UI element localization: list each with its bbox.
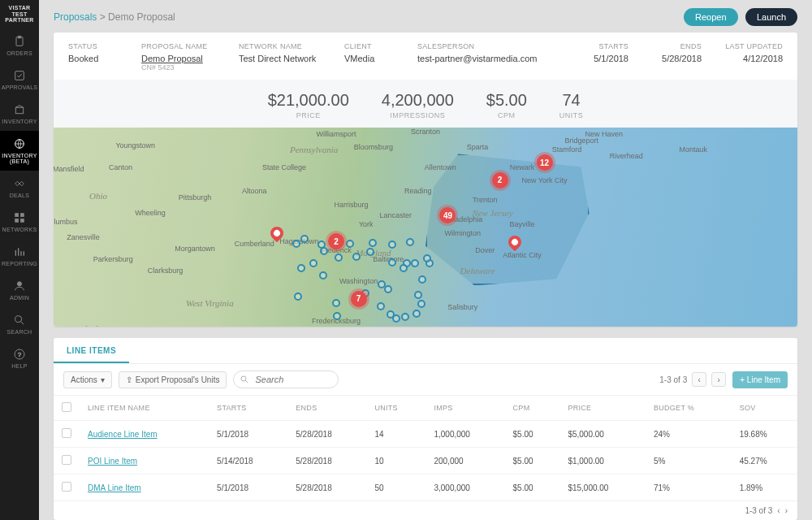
cell-imps: 1,000,000 [425, 421, 504, 448]
sidebar-item-help[interactable]: ? HELP [0, 341, 39, 375]
col-budget[interactable]: BUDGET % [646, 396, 732, 421]
value: VMedia [344, 54, 374, 63]
svg-rect-3 [15, 107, 23, 113]
cell-sov: 45.27% [732, 448, 797, 474]
tab-line-items[interactable]: LINE ITEMS [54, 338, 129, 363]
panel-tabs: LINE ITEMS [54, 338, 797, 364]
label: SALESPERSON [417, 42, 555, 50]
pager-next-button[interactable]: › [785, 506, 788, 515]
col-units[interactable]: UNITS [366, 396, 425, 421]
sidebar: VISTAR TEST PARTNER ORDERS APPROVALS INV… [0, 0, 39, 520]
col-ends[interactable]: ENDS [287, 396, 366, 421]
summary-status: STATUS Booked [68, 42, 141, 72]
map-city-label: Clarksburg [148, 266, 184, 275]
map-poi-ring [335, 254, 343, 262]
sidebar-item-label: ADMIN [10, 295, 29, 301]
metrics-bar: $21,000.00PRICE 4,200,000IMPRESSIONS $5.… [54, 80, 797, 128]
line-item-name-link[interactable]: Audience Line Item [88, 430, 158, 439]
launch-button[interactable]: Launch [745, 8, 797, 26]
col-price[interactable]: PRICE [559, 396, 646, 421]
map-city-label: Lancaster [380, 211, 412, 219]
map-poi-ring [300, 235, 309, 243]
cell-units: 10 [366, 448, 425, 474]
col-sov[interactable]: SOV [732, 396, 797, 421]
summary-salesperson: SALESPERSON test-partner@vistarmedia.com [417, 42, 555, 72]
sidebar-item-label: ORDERS [6, 50, 32, 56]
pager-prev-button[interactable]: ‹ [777, 506, 780, 515]
svg-rect-5 [15, 214, 19, 217]
svg-rect-2 [15, 72, 24, 80]
sidebar-item-reporting[interactable]: REPORTING [0, 239, 39, 273]
col-starts[interactable]: STARTS [209, 396, 287, 421]
proposal-cn: CN# 5423 [141, 63, 239, 72]
map-city-label: Wilmington [445, 229, 482, 237]
cell-starts: 5/1/2018 [209, 421, 287, 448]
map-cluster-marker[interactable]: 7 [351, 291, 367, 307]
sidebar-item-orders[interactable]: ORDERS [0, 28, 39, 63]
map-poi-ring [388, 240, 396, 249]
actions-dropdown[interactable]: Actions ▾ [63, 371, 112, 388]
sidebar-item-search[interactable]: SEARCH [0, 307, 39, 341]
add-line-item-button[interactable]: + Line Item [732, 371, 788, 388]
help-icon: ? [13, 348, 26, 361]
label: STATUS [68, 42, 141, 50]
svg-rect-6 [20, 214, 24, 217]
col-name[interactable]: LINE ITEM NAME [80, 396, 209, 421]
line-item-name-link[interactable]: DMA Line Item [88, 483, 141, 492]
sidebar-item-approvals[interactable]: APPROVALS [0, 63, 39, 97]
search-icon [240, 375, 249, 384]
map-city-label: Harrisburg [334, 201, 368, 209]
sidebar-item-networks[interactable]: NETWORKS [0, 205, 39, 239]
map-poi-ring [406, 238, 414, 246]
pager-next-button[interactable]: › [711, 372, 726, 387]
line-items-toolbar: Actions ▾ ⇪ Export Proposal's Units 1-3 … [54, 364, 797, 396]
map-poi-ring [423, 254, 431, 262]
row-checkbox[interactable] [62, 482, 71, 492]
map-cluster-marker[interactable]: 49 [439, 207, 456, 223]
line-items-panel: LINE ITEMS Actions ▾ ⇪ Export Proposal's… [54, 338, 797, 520]
map-poi-ring [366, 248, 374, 256]
export-units-button[interactable]: ⇪ Export Proposal's Units [119, 371, 227, 388]
map-poi-ring [333, 312, 341, 320]
map-cluster-marker[interactable]: 2 [328, 233, 344, 249]
pager-text: 1-3 of 3 [659, 375, 687, 384]
proposal-summary-card: STATUS Booked PROPOSAL NAME Demo Proposa… [54, 32, 797, 327]
svg-point-13 [241, 376, 246, 381]
pager-prev-button[interactable]: ‹ [692, 372, 706, 387]
map-city-label: Dover [475, 246, 495, 254]
map-poi-ring [417, 300, 425, 308]
sidebar-item-inventory[interactable]: INVENTORY [0, 97, 39, 131]
sidebar-item-deals[interactable]: DEALS [0, 171, 39, 205]
select-all-checkbox[interactable] [62, 402, 71, 412]
table-row[interactable]: Audience Line Item5/1/20185/28/2018141,0… [54, 421, 797, 448]
breadcrumb-root-link[interactable]: Proposals [54, 11, 97, 23]
map-city-label: York [359, 220, 374, 228]
value: test-partner@vistarmedia.com [417, 54, 538, 63]
svg-text:?: ? [18, 351, 22, 358]
col-imps[interactable]: IMPS [425, 396, 504, 421]
map-cluster-marker[interactable]: 2 [492, 172, 508, 188]
map-city-label: Charleston [80, 325, 116, 327]
map-poi-ring [412, 310, 421, 318]
sidebar-item-inventory-beta[interactable]: INVENTORY (BETA) [0, 131, 39, 171]
table-row[interactable]: POI Line Item5/14/20185/28/201810200,000… [54, 448, 797, 474]
map-poi-ring [378, 280, 386, 288]
cell-units: 14 [366, 421, 425, 448]
map-city-label: Stamford [552, 145, 582, 154]
line-item-name-link[interactable]: POI Line Item [88, 457, 137, 466]
map-poi-ring [392, 314, 400, 323]
targeting-map[interactable]: OhioPennsylvaniaWest VirginiaMarylandDel… [54, 128, 797, 327]
sidebar-item-admin[interactable]: ADMIN [0, 273, 39, 307]
table-row[interactable]: DMA Line Item5/1/20185/28/2018503,000,00… [54, 474, 797, 501]
map-city-label: Montauk [679, 145, 707, 154]
row-checkbox[interactable] [62, 428, 71, 438]
col-cpm[interactable]: CPM [505, 396, 560, 421]
svg-point-10 [15, 316, 22, 323]
sidebar-item-label: INVENTORY [2, 119, 37, 124]
sidebar-item-label: INVENTORY (BETA) [0, 153, 39, 164]
map-city-label: New Haven [585, 130, 624, 138]
map-cluster-marker[interactable]: 12 [537, 154, 553, 171]
row-checkbox[interactable] [62, 455, 71, 465]
proposal-name-link[interactable]: Demo Proposal [141, 54, 203, 63]
reopen-button[interactable]: Reopen [684, 8, 738, 26]
